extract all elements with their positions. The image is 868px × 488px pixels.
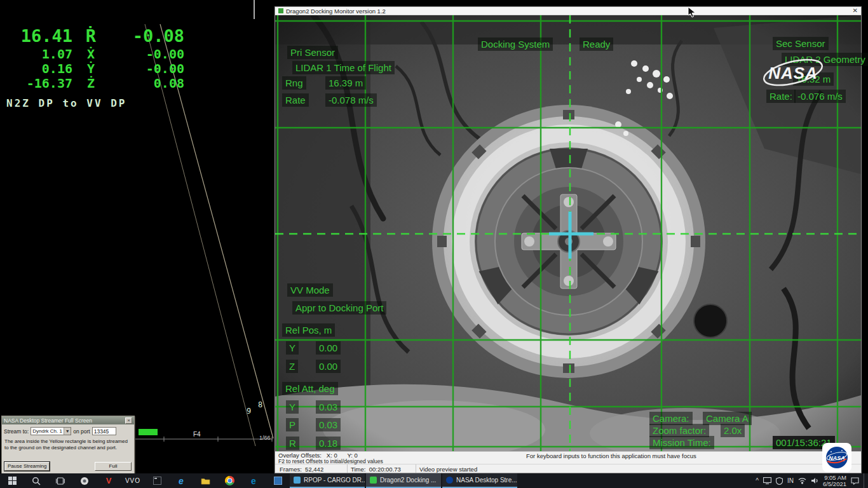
monitor-icon[interactable] bbox=[763, 477, 771, 484]
notification-icon[interactable] bbox=[851, 477, 859, 485]
pinned-app-button-1[interactable] bbox=[72, 473, 97, 488]
f2-reset-note: F2 to reset Offsets to initial/designed … bbox=[278, 458, 383, 464]
channel-select[interactable]: Dyndrk Ch. 1 ▼ bbox=[31, 427, 71, 435]
stream-settings-row: Stream to: Dyndrk Ch. 1 ▼ on port 13345 bbox=[2, 424, 134, 437]
system-tray: ^ IN 9:05 AM 6/5/2021 bbox=[756, 473, 868, 488]
window-close-button[interactable]: ✕ bbox=[853, 8, 858, 14]
v-app-button[interactable]: V bbox=[97, 473, 121, 488]
dialog-titlebar[interactable]: NASA Desktop Streamer Full Screen × bbox=[2, 416, 134, 424]
docking-system-label: Docking System bbox=[478, 37, 553, 51]
sec-sensor-label: Sec Sensor bbox=[773, 37, 829, 50]
language-indicator[interactable]: IN bbox=[787, 477, 794, 484]
chrome-button[interactable] bbox=[217, 473, 241, 488]
ie-browser-button[interactable]: e bbox=[169, 473, 193, 488]
elapsed-time: Time: 00:20:00.73 bbox=[351, 466, 401, 473]
vv-mode-value: Appr to Docking Port bbox=[292, 301, 386, 315]
docking-window-titlebar[interactable]: Dragon2 Docking Monitor version 1.2 ✕ bbox=[275, 7, 861, 15]
rel-pos-z-label: Z bbox=[286, 360, 298, 373]
nasa-watermark-logo: NASA bbox=[761, 51, 825, 95]
rate-value: -0.078 m/s bbox=[325, 93, 377, 107]
taskbar: V VVO e e RPOP - CARGO DR... Dragon2 Doc… bbox=[0, 473, 868, 488]
windows-logo-icon bbox=[8, 477, 17, 485]
volume-icon[interactable] bbox=[811, 477, 818, 484]
full-button[interactable]: Full bbox=[95, 462, 132, 471]
chevron-down-icon[interactable]: ▼ bbox=[64, 428, 71, 435]
rate-label: Rate bbox=[282, 93, 309, 107]
dialog-buttons: Pause Streaming Full bbox=[4, 462, 132, 471]
zoom-factor-value: 2.0x bbox=[721, 424, 745, 437]
camera-value: Camera A bbox=[703, 412, 752, 425]
rng-label: Rng bbox=[282, 76, 306, 90]
stream-progress-bar bbox=[139, 429, 158, 435]
nasa-streamer-app-label: NASA Desktop Stre... bbox=[456, 477, 517, 484]
telemetry-row-z: -16.37 Ż 0.08 bbox=[1, 76, 184, 91]
mouse-cursor bbox=[688, 6, 696, 18]
rel-pos-y-label: Y bbox=[286, 341, 299, 355]
range-rate-value: -0.08 bbox=[109, 25, 184, 47]
range-value: 16.41 bbox=[1, 25, 72, 47]
rel-att-p-value: 0.03 bbox=[316, 418, 341, 431]
mission-time-label: Mission Time: bbox=[649, 436, 714, 449]
plot-digit-9: 9 bbox=[247, 407, 251, 416]
z-value: -16.37 bbox=[1, 76, 72, 91]
edge-browser-button[interactable]: e bbox=[241, 473, 266, 488]
file-explorer-button[interactable] bbox=[193, 473, 217, 488]
wifi-icon[interactable] bbox=[798, 477, 806, 484]
rel-att-label: Rel Att, deg bbox=[282, 382, 338, 395]
window-app-icon bbox=[278, 8, 283, 13]
stream-to-label: Stream to: bbox=[4, 428, 29, 435]
rel-pos-label: Rel Pos, m bbox=[282, 323, 335, 337]
blue-app-icon bbox=[274, 477, 282, 485]
rel-att-r-value: 0.18 bbox=[316, 437, 341, 450]
camera-label: Camera: bbox=[649, 412, 693, 425]
telemetry-readout: 16.41 Ṙ -0.08 1.07 Ẋ -0.00 0.16 Ẏ -0.00 … bbox=[1, 25, 184, 91]
x-rate-value: -0.00 bbox=[109, 47, 184, 62]
console-app-button[interactable] bbox=[145, 473, 169, 488]
search-button[interactable] bbox=[24, 473, 48, 488]
telemetry-row-y: 0.16 Ẏ -0.00 bbox=[1, 62, 184, 76]
show-desktop-button[interactable] bbox=[864, 473, 866, 488]
tray-time: 9:05 AM bbox=[823, 475, 846, 481]
vv-mode-label: VV Mode bbox=[287, 283, 333, 297]
y-rate-value: -0.00 bbox=[109, 62, 184, 76]
telemetry-row-x: 1.07 Ẋ -0.00 bbox=[1, 47, 184, 62]
clock[interactable]: 9:05 AM 6/5/2021 bbox=[823, 475, 846, 487]
rel-att-y-value: 0.03 bbox=[316, 400, 341, 414]
scrubber-end-label: 1/66 bbox=[259, 435, 271, 441]
shield-icon[interactable] bbox=[776, 477, 783, 485]
mail-app-button[interactable] bbox=[266, 473, 290, 488]
pri-sensor-label: Pri Sensor bbox=[287, 46, 338, 59]
z-rate-label: Ż bbox=[72, 76, 109, 91]
dialog-close-button[interactable]: × bbox=[125, 417, 132, 424]
nasa-watermark-text: NASA bbox=[768, 64, 818, 83]
taskbar-app-dragon2[interactable]: Dragon2 Docking ... bbox=[366, 473, 441, 488]
vvo-app-button[interactable]: VVO bbox=[121, 473, 145, 488]
nasa-badge: NASA bbox=[822, 443, 851, 472]
pause-streaming-button[interactable]: Pause Streaming bbox=[4, 462, 50, 471]
pri-sensor-type: LIDAR 1 Time of Flight bbox=[292, 61, 395, 74]
dialog-info-text: The area inside the Yellow rectangle is … bbox=[2, 437, 134, 452]
x-rate-label: Ẋ bbox=[72, 47, 109, 62]
channel-value: Dyndrk Ch. 1 bbox=[32, 428, 62, 434]
taskbar-app-rpop[interactable]: RPOP - CARGO DR... bbox=[290, 473, 365, 488]
taskbar-app-nasa-streamer[interactable]: NASA Desktop Stre... bbox=[442, 473, 517, 488]
y-value: 0.16 bbox=[1, 62, 72, 76]
task-view-button[interactable] bbox=[48, 473, 72, 488]
z-rate-value: 0.08 bbox=[109, 76, 184, 91]
streamer-dialog: NASA Desktop Streamer Full Screen × Stre… bbox=[1, 416, 135, 474]
nasa-meatball-icon: NASA bbox=[825, 445, 849, 470]
tray-expand-chevron[interactable]: ^ bbox=[756, 477, 759, 484]
range-rate-label: Ṙ bbox=[72, 25, 109, 47]
search-icon bbox=[32, 477, 41, 485]
start-button[interactable] bbox=[0, 473, 24, 488]
frames-counter: Frames: 52,442 bbox=[280, 466, 323, 473]
f4-key-label: F4 bbox=[193, 431, 201, 438]
plot-digit-8: 8 bbox=[258, 400, 262, 409]
dragon2-app-label: Dragon2 Docking ... bbox=[380, 477, 436, 484]
reference-frame-label: N2Z DP to VV DP bbox=[6, 97, 127, 109]
chrome-icon bbox=[225, 476, 234, 485]
port-input[interactable]: 13345 bbox=[92, 427, 116, 435]
rel-pos-z-value: 0.00 bbox=[316, 360, 341, 373]
docking-window-title: Dragon2 Docking Monitor version 1.2 bbox=[286, 8, 386, 15]
port-label: on port bbox=[73, 428, 90, 435]
